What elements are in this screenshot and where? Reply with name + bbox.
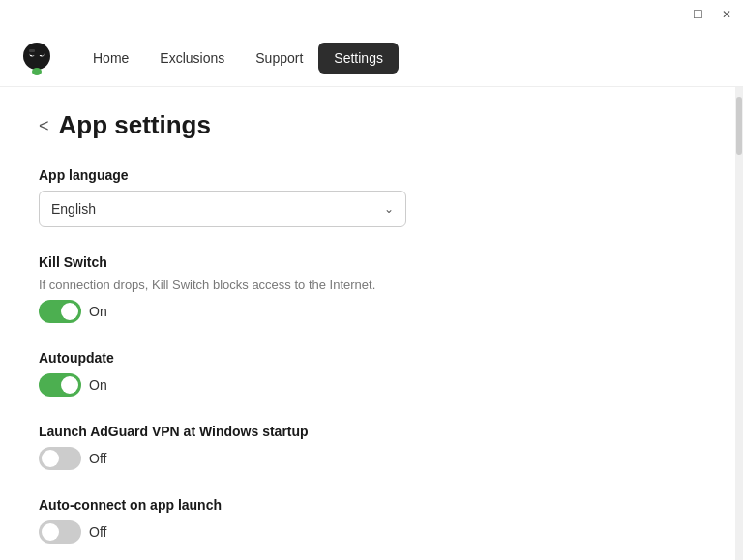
page-title: App settings bbox=[59, 110, 211, 140]
nav-exclusions[interactable]: Exclusions bbox=[144, 43, 240, 74]
svg-rect-7 bbox=[29, 49, 35, 52]
kill-switch-knob bbox=[61, 303, 78, 320]
kill-switch-toggle-row: On bbox=[39, 300, 697, 323]
startup-setting: Launch AdGuard VPN at Windows startup Of… bbox=[39, 424, 697, 470]
autoupdate-setting: Autoupdate On bbox=[39, 350, 697, 397]
nav-settings[interactable]: Settings bbox=[318, 43, 399, 74]
startup-label: Launch AdGuard VPN at Windows startup bbox=[39, 424, 697, 439]
titlebar: — ☐ ✕ bbox=[0, 0, 743, 29]
startup-toggle[interactable] bbox=[39, 447, 81, 470]
autoupdate-status: On bbox=[89, 377, 107, 393]
kill-switch-status: On bbox=[89, 304, 107, 319]
kill-switch-label: Kill Switch bbox=[39, 254, 697, 270]
svg-point-1 bbox=[32, 68, 42, 75]
autoconnect-knob bbox=[42, 523, 59, 541]
nav-links: Home Exclusions Support Settings bbox=[77, 43, 399, 74]
back-button[interactable]: < bbox=[39, 117, 49, 134]
autoconnect-setting: Auto-connect on app launch Off bbox=[39, 497, 697, 544]
autoupdate-label: Autoupdate bbox=[39, 350, 697, 366]
content-area: < App settings App language English ⌄ Ki… bbox=[0, 87, 743, 560]
language-dropdown[interactable]: English ⌄ bbox=[39, 191, 406, 227]
autoconnect-status: Off bbox=[89, 524, 106, 540]
language-label: App language bbox=[39, 167, 697, 183]
nav-home[interactable]: Home bbox=[77, 43, 144, 74]
autoconnect-toggle[interactable] bbox=[39, 520, 81, 544]
autoconnect-toggle-row: Off bbox=[39, 520, 697, 544]
minimize-button[interactable]: — bbox=[660, 6, 677, 23]
startup-status: Off bbox=[89, 451, 106, 466]
autoupdate-knob bbox=[61, 376, 78, 394]
app-logo bbox=[19, 41, 54, 75]
kill-switch-setting: Kill Switch If connection drops, Kill Sw… bbox=[39, 254, 697, 323]
nav-support[interactable]: Support bbox=[240, 43, 318, 74]
scrollbar[interactable] bbox=[735, 87, 743, 560]
startup-toggle-row: Off bbox=[39, 447, 697, 470]
autoconnect-label: Auto-connect on app launch bbox=[39, 497, 697, 513]
dropdown-arrow-icon: ⌄ bbox=[384, 202, 394, 216]
kill-switch-description: If connection drops, Kill Switch blocks … bbox=[39, 278, 697, 292]
maximize-button[interactable]: ☐ bbox=[689, 6, 706, 23]
navbar: Home Exclusions Support Settings bbox=[0, 29, 743, 87]
svg-point-0 bbox=[23, 43, 50, 70]
close-button[interactable]: ✕ bbox=[718, 6, 735, 23]
autoupdate-toggle[interactable] bbox=[39, 373, 81, 397]
kill-switch-toggle[interactable] bbox=[39, 300, 81, 323]
page-header: < App settings bbox=[39, 110, 697, 140]
language-setting: App language English ⌄ bbox=[39, 167, 697, 227]
startup-knob bbox=[42, 450, 59, 467]
scrollbar-thumb[interactable] bbox=[736, 97, 742, 155]
language-value: English bbox=[51, 201, 96, 217]
autoupdate-toggle-row: On bbox=[39, 373, 697, 397]
main-content: < App settings App language English ⌄ Ki… bbox=[0, 87, 735, 560]
